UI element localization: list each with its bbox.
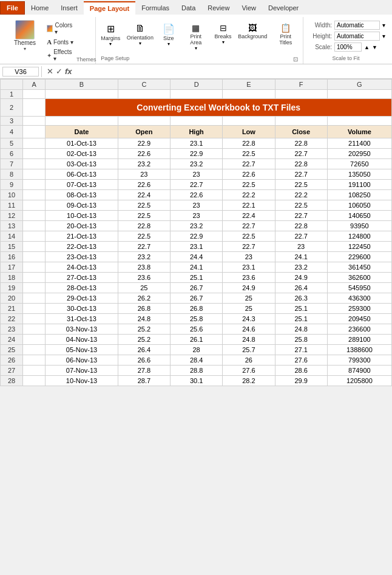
header-cell[interactable]: Low — [223, 126, 275, 138]
row-header[interactable]: 26 — [1, 355, 23, 366]
cell[interactable]: 23-Oct-13 — [46, 252, 118, 262]
cell[interactable]: 22.2 — [275, 190, 327, 200]
cell[interactable]: 24.9 — [275, 273, 327, 283]
cell[interactable] — [118, 117, 170, 126]
formula-input[interactable] — [77, 67, 390, 76]
cell[interactable] — [23, 273, 46, 283]
col-header-a[interactable]: A — [23, 80, 46, 90]
cell[interactable]: 26.8 — [118, 304, 170, 314]
row-header[interactable]: 21 — [1, 304, 23, 314]
row-header[interactable]: 3 — [1, 117, 23, 126]
cell[interactable]: 07-Oct-13 — [46, 180, 118, 190]
cell[interactable]: 25.7 — [223, 345, 275, 355]
row-header[interactable]: 1 — [1, 90, 23, 99]
orientation-button[interactable]: 🗎 Orientation ▾ — [125, 21, 155, 49]
row-header[interactable]: 27 — [1, 366, 23, 376]
cell[interactable]: 135050 — [327, 169, 391, 180]
cell[interactable] — [23, 324, 46, 335]
cell[interactable]: 27.1 — [275, 345, 327, 355]
width-dropdown-icon[interactable]: ▾ — [382, 22, 385, 29]
cell[interactable]: 24.1 — [171, 262, 223, 273]
cell[interactable] — [23, 376, 46, 386]
cell[interactable]: 22.1 — [223, 200, 275, 211]
cell[interactable]: 22.9 — [118, 138, 170, 149]
fonts-button[interactable]: A Fonts ▾ — [44, 37, 76, 47]
cell[interactable]: 23.2 — [171, 221, 223, 231]
cell[interactable]: 06-Oct-13 — [46, 169, 118, 180]
tab-review[interactable]: Review — [201, 2, 235, 14]
header-cell[interactable]: Volume — [327, 126, 391, 138]
cell[interactable]: 362600 — [327, 273, 391, 283]
page-setup-dialog-icon[interactable]: ⊡ — [293, 56, 298, 63]
row-header[interactable]: 6 — [1, 149, 23, 159]
cell[interactable]: 24.9 — [223, 283, 275, 293]
cell[interactable]: 23.2 — [171, 159, 223, 169]
cell[interactable]: 93950 — [327, 221, 391, 231]
cell[interactable] — [23, 221, 46, 231]
cell[interactable] — [23, 159, 46, 169]
cell[interactable]: 23 — [223, 252, 275, 262]
cell[interactable]: 23.1 — [171, 242, 223, 252]
cell[interactable]: 22-Oct-13 — [46, 242, 118, 252]
cell[interactable]: 25.2 — [118, 324, 170, 335]
cell[interactable]: 124800 — [327, 231, 391, 242]
cell[interactable]: 23 — [275, 242, 327, 252]
colors-button[interactable]: Colors ▾ — [44, 21, 76, 36]
cell[interactable]: 10-Nov-13 — [46, 376, 118, 386]
cell[interactable]: 22.7 — [118, 242, 170, 252]
cell[interactable]: 29-Oct-13 — [46, 293, 118, 304]
row-header[interactable]: 22 — [1, 314, 23, 324]
cell[interactable]: 24.8 — [118, 314, 170, 324]
cell[interactable]: 23.6 — [118, 273, 170, 283]
cell[interactable]: 26.8 — [171, 304, 223, 314]
cell[interactable]: 26.2 — [118, 293, 170, 304]
size-button[interactable]: 📄 Size ▾ — [158, 21, 180, 49]
cell[interactable]: 22.7 — [275, 149, 327, 159]
width-input[interactable] — [334, 21, 380, 30]
cell[interactable]: 29.9 — [275, 376, 327, 386]
cell[interactable]: 22.5 — [275, 180, 327, 190]
title-cell[interactable]: Converting Excel Workbook to TXT Files — [46, 99, 392, 117]
tab-page-layout[interactable]: Page Layout — [84, 1, 135, 15]
confirm-formula-icon[interactable]: ✓ — [56, 67, 63, 76]
cell[interactable]: 22.4 — [223, 211, 275, 221]
cell[interactable] — [23, 149, 46, 159]
cell[interactable]: 03-Oct-13 — [46, 159, 118, 169]
row-header[interactable]: 14 — [1, 231, 23, 242]
print-titles-button[interactable]: 📋 Print Titles — [271, 21, 300, 48]
cell[interactable]: 874900 — [327, 366, 391, 376]
cell[interactable]: 229600 — [327, 252, 391, 262]
cell[interactable] — [46, 117, 118, 126]
row-header[interactable]: 4 — [1, 126, 23, 138]
cell[interactable]: 28.2 — [223, 376, 275, 386]
col-header-f[interactable]: F — [275, 80, 327, 90]
cell[interactable]: 236600 — [327, 324, 391, 335]
cell[interactable]: 26.3 — [275, 293, 327, 304]
cell[interactable] — [23, 200, 46, 211]
cell[interactable]: 22.4 — [118, 190, 170, 200]
cell[interactable] — [23, 126, 46, 138]
cell[interactable]: 07-Nov-13 — [46, 366, 118, 376]
cell[interactable] — [23, 231, 46, 242]
row-header[interactable]: 24 — [1, 335, 23, 345]
cell[interactable]: 72650 — [327, 159, 391, 169]
cell[interactable]: 26.7 — [171, 283, 223, 293]
cell[interactable]: 30-Oct-13 — [46, 304, 118, 314]
header-cell[interactable]: Close — [275, 126, 327, 138]
cell[interactable]: 27.8 — [118, 366, 170, 376]
cell[interactable]: 23.8 — [118, 262, 170, 273]
cell[interactable]: 28 — [171, 345, 223, 355]
themes-button[interactable]: Themes ▾ — [8, 18, 41, 53]
cell[interactable]: 209450 — [327, 314, 391, 324]
cell[interactable]: 27.6 — [223, 366, 275, 376]
cell[interactable]: 03-Nov-13 — [46, 324, 118, 335]
cell[interactable]: 23 — [171, 200, 223, 211]
cell[interactable] — [23, 366, 46, 376]
row-header[interactable]: 7 — [1, 159, 23, 169]
cell[interactable]: 22.6 — [223, 169, 275, 180]
row-header[interactable]: 28 — [1, 376, 23, 386]
cell[interactable] — [23, 335, 46, 345]
cell[interactable]: 08-Oct-13 — [46, 190, 118, 200]
cell[interactable]: 26.7 — [171, 293, 223, 304]
cell[interactable] — [118, 90, 170, 99]
